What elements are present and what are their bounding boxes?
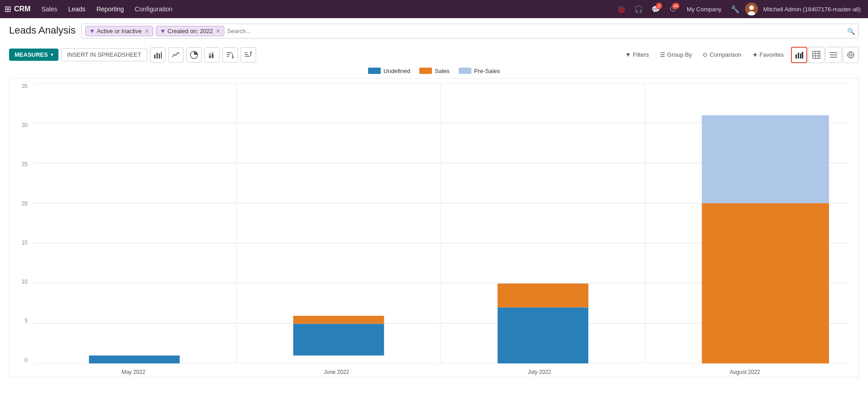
legend-presales: Pre-Sales xyxy=(459,68,500,74)
bar-may-undefined xyxy=(89,355,179,363)
svg-rect-4 xyxy=(156,53,158,59)
pivot-view-button[interactable] xyxy=(843,47,859,63)
filters-label: Filters xyxy=(633,51,649,58)
svg-rect-20 xyxy=(800,54,801,59)
avatar[interactable] xyxy=(745,3,758,15)
chat-icon-btn[interactable]: 💬 2 xyxy=(649,2,663,16)
bar-chart-icon-btn[interactable] xyxy=(150,47,165,63)
x-label-june: June 2022 xyxy=(324,369,349,375)
measures-arrow-icon: ▾ xyxy=(51,52,53,57)
filters-button[interactable]: ▼ Filters xyxy=(621,49,653,61)
bar-june-undefined xyxy=(293,324,384,355)
sort-desc-icon-btn[interactable] xyxy=(223,47,238,63)
comparison-label: Comparison xyxy=(709,51,741,58)
clock-badge: 40 xyxy=(672,3,679,9)
svg-rect-9 xyxy=(209,53,211,55)
date-funnel-icon: ▼ xyxy=(160,28,166,34)
pie-chart-icon-btn[interactable] xyxy=(186,47,202,63)
favorites-label: Favorites xyxy=(760,51,784,58)
date-filter-close[interactable]: ✕ xyxy=(216,28,220,34)
view-icons xyxy=(791,47,859,63)
legend-label-sales: Sales xyxy=(435,68,450,74)
svg-rect-6 xyxy=(161,52,162,59)
chart-legend: Undefined Sales Pre-Sales xyxy=(9,68,859,74)
bar-aug-presales xyxy=(702,115,829,203)
nav-item-configuration[interactable]: Configuration xyxy=(130,3,177,15)
svg-rect-8 xyxy=(209,55,211,58)
comparison-button[interactable]: ⊙ Comparison xyxy=(698,49,746,61)
page-title: Leads Analysis xyxy=(9,24,76,38)
comparison-icon: ⊙ xyxy=(703,51,708,58)
svg-rect-10 xyxy=(212,54,213,58)
headset-icon-btn[interactable]: 🎧 xyxy=(631,2,646,16)
chart-svg xyxy=(32,83,849,363)
sort-asc-icon-btn[interactable] xyxy=(241,47,256,63)
bar-july-undefined xyxy=(498,307,588,363)
funnel-icon: ▼ xyxy=(89,28,95,34)
active-filter-tag[interactable]: ▼ Active or Inactive ✕ xyxy=(85,26,153,36)
svg-point-1 xyxy=(749,5,754,10)
svg-rect-19 xyxy=(798,53,799,59)
app-logo[interactable]: ⊞ CRM xyxy=(5,4,30,14)
legend-color-sales xyxy=(419,68,432,74)
favorites-button[interactable]: ★ Favorites xyxy=(748,49,788,61)
top-navigation: ⊞ CRM Sales Leads Reporting Configuratio… xyxy=(0,0,868,18)
x-label-may: May 2022 xyxy=(121,369,145,375)
y-label-15: 15 xyxy=(22,240,29,246)
y-label-20: 20 xyxy=(22,201,29,207)
svg-rect-18 xyxy=(795,54,797,59)
user-name: Mitchell Admin (18407176-master-all) xyxy=(761,6,863,13)
bar-view-button[interactable] xyxy=(791,47,807,63)
stacked-chart-icon-btn[interactable] xyxy=(204,47,220,63)
x-axis-labels: May 2022 June 2022 July 2022 August 2022 xyxy=(32,369,849,375)
active-filter-close[interactable]: ✕ xyxy=(145,28,149,34)
nav-item-sales[interactable]: Sales xyxy=(37,3,62,15)
nav-item-reporting[interactable]: Reporting xyxy=(92,3,129,15)
content-area: Leads Analysis ▼ Active or Inactive ✕ ▼ … xyxy=(0,18,868,383)
svg-rect-22 xyxy=(813,51,820,59)
legend-label-presales: Pre-Sales xyxy=(474,68,500,74)
active-filter-label: Active or Inactive xyxy=(97,28,142,34)
bar-june-sales xyxy=(293,316,384,324)
y-label-25: 25 xyxy=(22,161,29,167)
svg-rect-5 xyxy=(159,54,160,59)
y-label-10: 10 xyxy=(22,279,29,285)
nav-item-leads[interactable]: Leads xyxy=(63,3,90,15)
date-filter-tag[interactable]: ▼ Created on: 2022 ✕ xyxy=(156,26,224,36)
svg-rect-3 xyxy=(154,54,155,59)
chat-badge: 2 xyxy=(656,3,662,9)
legend-label-undefined: Undefined xyxy=(383,68,410,74)
nav-icons: 🐞 🎧 💬 2 ⏱ 40 My Company 🔧 Mitchell Admin… xyxy=(614,2,863,16)
group-by-label: Group By xyxy=(667,51,692,58)
legend-color-undefined xyxy=(368,68,381,74)
right-toolbar: ▼ Filters ☰ Group By ⊙ Comparison ★ Favo… xyxy=(621,49,788,61)
x-label-july: July 2022 xyxy=(528,369,551,375)
line-chart-icon-btn[interactable] xyxy=(168,47,184,63)
group-by-icon: ☰ xyxy=(660,51,665,58)
measures-button[interactable]: MEASURES ▾ xyxy=(9,49,58,61)
legend-undefined: Undefined xyxy=(368,68,410,74)
y-label-35: 35 xyxy=(22,83,29,89)
y-axis-labels: 35 30 25 20 15 10 5 0 xyxy=(10,83,29,363)
bug-icon-btn[interactable]: 🐞 xyxy=(614,2,629,16)
grid-icon: ⊞ xyxy=(5,4,11,14)
favorites-icon: ★ xyxy=(752,51,758,58)
legend-sales: Sales xyxy=(419,68,450,74)
insert-spreadsheet-button[interactable]: INSERT IN SPREADSHEET xyxy=(61,48,147,61)
group-by-button[interactable]: ☰ Group By xyxy=(655,49,697,61)
company-name: My Company xyxy=(683,6,725,13)
y-label-5: 5 xyxy=(24,318,29,324)
date-filter-label: Created on: 2022 xyxy=(168,28,213,34)
tools-icon-btn[interactable]: 🔧 xyxy=(728,2,742,16)
legend-color-presales xyxy=(459,68,471,74)
y-label-30: 30 xyxy=(22,122,29,128)
search-input[interactable] xyxy=(227,28,844,34)
chart-container: 35 30 25 20 15 10 5 0 xyxy=(9,78,859,378)
table-view-button[interactable] xyxy=(808,47,824,63)
search-icon[interactable]: 🔍 xyxy=(847,28,855,35)
bar-july-sales xyxy=(498,284,588,308)
bar-aug-sales xyxy=(702,203,829,363)
list-view-button[interactable] xyxy=(825,47,842,63)
x-label-aug: August 2022 xyxy=(730,369,760,375)
clock-icon-btn[interactable]: ⏱ 40 xyxy=(666,2,680,16)
